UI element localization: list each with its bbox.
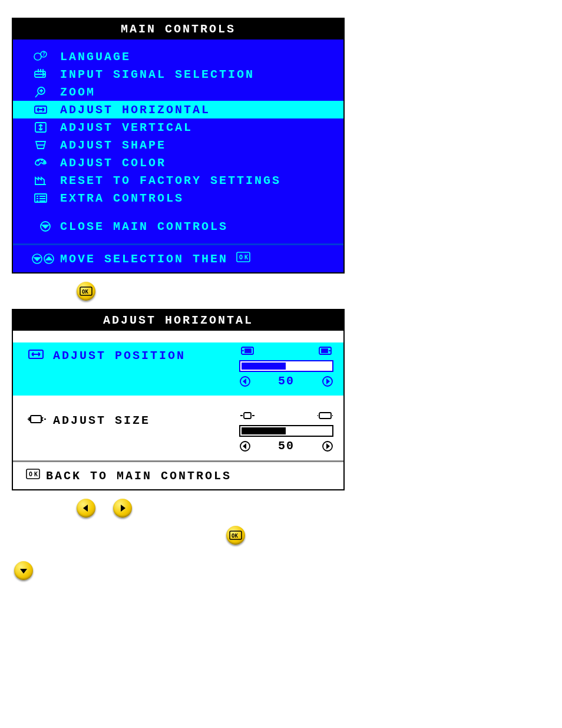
svg-rect-20 — [245, 349, 251, 353]
input-icon — [33, 68, 60, 81]
left-right-buttons-row — [12, 490, 550, 526]
svg-rect-27 — [319, 413, 331, 419]
left-button[interactable] — [77, 499, 95, 518]
menu-item-label: RESET TO FACTORY SETTINGS — [60, 174, 281, 187]
arrow-left-icon[interactable] — [239, 440, 251, 452]
right-button[interactable] — [113, 499, 132, 518]
position-bar — [239, 360, 333, 372]
svg-text:?: ? — [42, 52, 47, 57]
svg-point-0 — [34, 53, 41, 60]
main-controls-panel: MAIN CONTROLS ? LANGUAGE INPUT SIGNAL SE… — [12, 18, 345, 274]
size-bar — [239, 425, 333, 437]
color-icon — [33, 156, 60, 169]
shift-right-icon — [317, 345, 333, 357]
arrow-left-icon[interactable] — [239, 375, 251, 387]
adjust-position-label: ADJUST POSITION — [53, 349, 186, 363]
svg-point-8 — [41, 159, 42, 160]
svg-rect-25 — [31, 416, 41, 423]
panel2-title: ADJUST HORIZONTAL — [13, 310, 343, 331]
menu-item-zoom[interactable]: ZOOM — [13, 83, 343, 101]
hadjust-icon — [27, 347, 53, 364]
narrower-icon — [239, 410, 256, 421]
menu-item-label: ZOOM — [60, 85, 95, 99]
hsize-icon — [27, 412, 53, 429]
extra-icon — [33, 192, 60, 205]
menu-item-adjust-horizontal[interactable]: ADJUST HORIZONTAL — [13, 101, 343, 118]
menu-item-label: INPUT SIGNAL SELECTION — [60, 68, 254, 81]
ok-button[interactable]: OK — [77, 282, 95, 301]
svg-text:OK: OK — [232, 533, 238, 539]
panel-title: MAIN CONTROLS — [13, 19, 343, 39]
menu-item-adjust-vertical[interactable]: ADJUST VERTICAL — [13, 118, 343, 136]
wider-icon — [317, 410, 333, 421]
ok-button-row: OK — [12, 274, 550, 309]
svg-point-7 — [38, 160, 39, 161]
size-value: 50 — [278, 439, 295, 453]
menu-item-reset-factory[interactable]: RESET TO FACTORY SETTINGS — [13, 172, 343, 189]
close-down-icon — [33, 220, 60, 233]
back-label: BACK TO MAIN CONTROLS — [46, 469, 232, 483]
shape-icon — [33, 139, 60, 151]
svg-rect-22 — [322, 349, 328, 353]
position-value: 50 — [278, 374, 295, 388]
position-direction-icons — [239, 345, 333, 357]
menu-body: ? LANGUAGE INPUT SIGNAL SELECTION ZOOM A… — [13, 39, 343, 272]
hadjust-icon — [33, 103, 60, 116]
arrow-right-icon[interactable] — [322, 440, 333, 452]
ok-button[interactable]: OK — [226, 526, 245, 545]
adjust-size-row[interactable]: ADJUST SIZE 50 — [13, 407, 343, 460]
footer-text: MOVE SELECTION THEN — [60, 252, 228, 266]
svg-text:OK: OK — [239, 254, 250, 261]
vadjust-icon — [33, 121, 60, 134]
svg-text:OK: OK — [29, 471, 39, 477]
menu-item-input-signal[interactable]: INPUT SIGNAL SELECTION — [13, 65, 343, 83]
svg-rect-26 — [244, 413, 251, 419]
zoom-icon — [33, 85, 60, 98]
menu-item-adjust-color[interactable]: ADJUST COLOR — [13, 154, 343, 172]
ok-icon: OK — [26, 468, 40, 483]
language-icon: ? — [33, 50, 60, 63]
adjust-position-row[interactable]: ADJUST POSITION 50 — [13, 342, 343, 396]
panel2-footer[interactable]: OK BACK TO MAIN CONTROLS — [13, 460, 343, 489]
shift-left-icon — [239, 345, 256, 357]
updown-icon — [31, 252, 60, 265]
menu-item-label: ADJUST VERTICAL — [60, 121, 193, 134]
adjust-size-label: ADJUST SIZE — [53, 414, 150, 427]
size-direction-icons — [239, 410, 333, 421]
menu-item-label: ADJUST COLOR — [60, 156, 166, 170]
ok-icon: OK — [236, 251, 250, 266]
menu-item-close-main-controls[interactable]: CLOSE MAIN CONTROLS — [13, 218, 343, 235]
menu-item-label: EXTRA CONTROLS — [60, 192, 184, 205]
menu-item-label: ADJUST HORIZONTAL — [60, 103, 210, 117]
menu-item-label: LANGUAGE — [60, 50, 131, 64]
panel2-body: ADJUST POSITION 50 ADJUST — [13, 331, 343, 489]
panel-footer: MOVE SELECTION THEN OK — [13, 243, 343, 272]
arrow-right-icon[interactable] — [322, 375, 333, 387]
menu-item-adjust-shape[interactable]: ADJUST SHAPE — [13, 136, 343, 154]
menu-item-language[interactable]: ? LANGUAGE — [13, 48, 343, 65]
factory-icon — [33, 174, 60, 187]
down-button-row — [12, 553, 550, 588]
svg-point-9 — [44, 162, 45, 163]
menu-item-extra-controls[interactable]: EXTRA CONTROLS — [13, 189, 343, 207]
svg-text:OK: OK — [82, 289, 88, 295]
ok-button-row-2: OK — [12, 526, 550, 553]
close-label: CLOSE MAIN CONTROLS — [60, 220, 228, 233]
menu-item-label: ADJUST SHAPE — [60, 139, 166, 152]
down-button[interactable] — [14, 561, 33, 580]
adjust-horizontal-panel: ADJUST HORIZONTAL ADJUST POSITION 50 — [12, 309, 345, 490]
